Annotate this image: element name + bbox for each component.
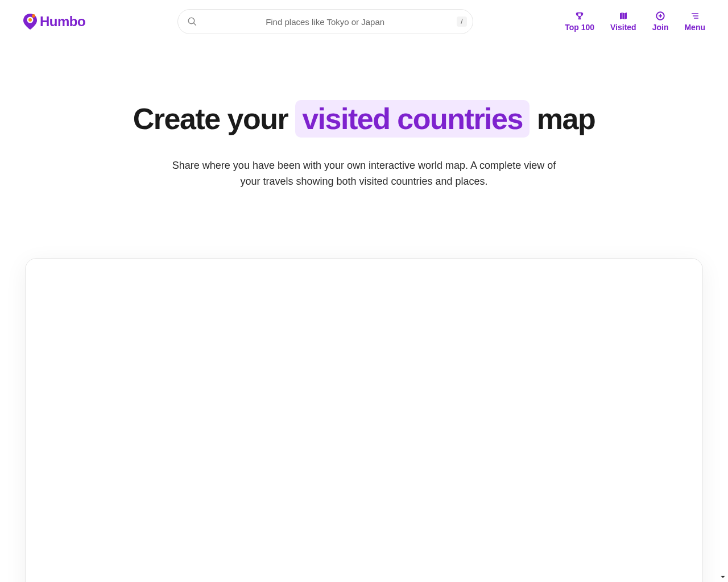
logo-pin-icon: [23, 14, 38, 30]
search-shortcut-badge: /: [457, 16, 466, 27]
menu-icon: [689, 11, 701, 20]
logo-link[interactable]: Humbo: [23, 14, 85, 30]
title-highlight: visited countries: [295, 100, 530, 138]
nav-top100[interactable]: Top 100: [565, 11, 594, 32]
svg-point-2: [32, 14, 35, 18]
trophy-icon: [574, 11, 585, 20]
title-suffix: map: [530, 102, 595, 135]
search-container: /: [99, 9, 551, 34]
search-input[interactable]: [187, 17, 464, 27]
page-title: Create your visited countries map: [23, 100, 705, 138]
page-subtitle: Share where you have been with your own …: [165, 158, 563, 190]
nav-label: Top 100: [565, 23, 594, 32]
nav-label: Join: [652, 23, 669, 32]
primary-nav: Top 100 Visited Join: [565, 11, 705, 32]
search-icon: [187, 16, 197, 27]
logo-text: Humbo: [40, 14, 85, 30]
scroll-down-icon[interactable]: [718, 572, 728, 582]
svg-point-3: [188, 18, 195, 24]
nav-join[interactable]: Join: [652, 11, 669, 32]
nav-label: Menu: [684, 23, 705, 32]
map-icon: [618, 11, 629, 20]
svg-point-1: [28, 18, 32, 22]
site-header: Humbo / Top 100: [0, 0, 728, 43]
hero-section: Create your visited countries map Share …: [0, 43, 728, 224]
svg-line-4: [193, 23, 196, 26]
plus-circle-icon: [655, 11, 666, 20]
nav-menu[interactable]: Menu: [684, 11, 705, 32]
search-box[interactable]: /: [177, 9, 473, 34]
title-prefix: Create your: [133, 102, 295, 135]
nav-label: Visited: [610, 23, 636, 32]
map-preview-card[interactable]: [25, 258, 703, 582]
nav-visited[interactable]: Visited: [610, 11, 636, 32]
